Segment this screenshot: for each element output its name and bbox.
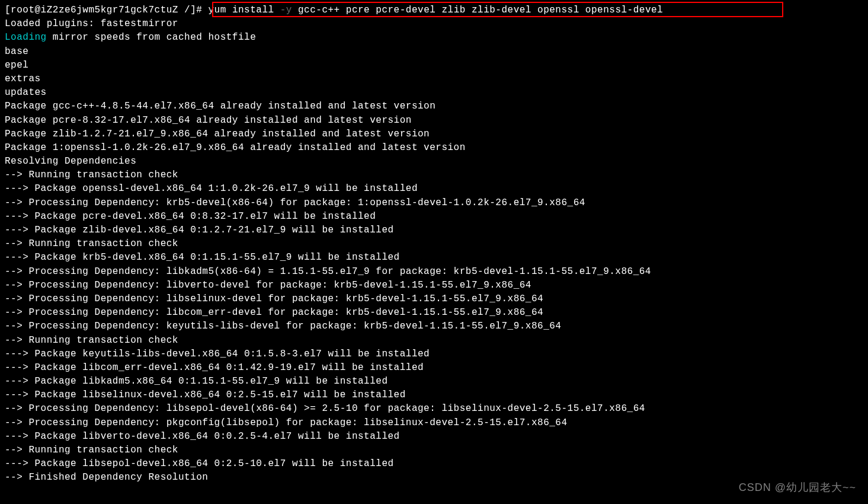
- watermark-text: CSDN @幼儿园老大~~: [739, 480, 856, 495]
- prompt-line[interactable]: [root@iZ2ze6jwm5kgr71gck7ctuZ /]# yum in…: [5, 4, 863, 17]
- output-line: --> Processing Dependency: libverto-deve…: [5, 279, 863, 292]
- output-line: ---> Package keyutils-libs-devel.x86_64 …: [5, 347, 863, 361]
- prompt-user-host: [root@iZ2ze6jwm5kgr71gck7ctuZ: [5, 5, 184, 15]
- output-line: --> Processing Dependency: krb5-devel(x8…: [5, 196, 863, 210]
- output-line: ---> Package pcre-devel.x86_64 0:8.32-17…: [5, 210, 863, 224]
- command-flag: -y: [280, 5, 292, 15]
- output-line: ---> Package libverto-devel.x86_64 0:0.2…: [5, 430, 863, 444]
- output-line: ---> Package libkadm5.x86_64 0:1.15.1-55…: [5, 375, 863, 388]
- output-line: --> Running transaction check: [5, 444, 863, 457]
- output-line: --> Processing Dependency: libkadm5(x86-…: [5, 265, 863, 279]
- output-line: --> Finished Dependency Resolution: [5, 471, 863, 484]
- output-line: --> Processing Dependency: libsepol-deve…: [5, 402, 863, 416]
- output-line: Package pcre-8.32-17.el7.x86_64 already …: [5, 114, 863, 127]
- output-line: Package zlib-1.2.7-21.el7_9.x86_64 alrea…: [5, 127, 863, 141]
- output-line: --> Running transaction check: [5, 168, 863, 182]
- output-line: ---> Package libcom_err-devel.x86_64 0:1…: [5, 361, 863, 375]
- output-line: epel: [5, 59, 863, 72]
- output-line: updates: [5, 86, 863, 100]
- output-line: --> Running transaction check: [5, 237, 863, 251]
- output-line: base: [5, 45, 863, 59]
- output-line: extras: [5, 72, 863, 86]
- output-line: Loading mirror speeds from cached hostfi…: [5, 31, 863, 44]
- prompt-path: /: [184, 5, 190, 15]
- output-line: ---> Package libsepol-devel.x86_64 0:2.5…: [5, 457, 863, 471]
- output-line: --> Processing Dependency: keyutils-libs…: [5, 320, 863, 333]
- loading-rest: mirror speeds from cached hostfile: [47, 32, 257, 43]
- prompt-suffix: ]#: [190, 5, 208, 15]
- command-rest: gcc-c++ pcre pcre-devel zlib zlib-devel …: [292, 5, 663, 15]
- output-line: Package 1:openssl-1.0.2k-26.el7_9.x86_64…: [5, 141, 863, 155]
- output-line: --> Processing Dependency: libcom_err-de…: [5, 306, 863, 320]
- output-line: Resolving Dependencies: [5, 155, 863, 168]
- output-line: --> Running transaction check: [5, 334, 863, 347]
- output-line: Package gcc-c++-4.8.5-44.el7.x86_64 alre…: [5, 100, 863, 113]
- output-line: ---> Package libselinux-devel.x86_64 0:2…: [5, 388, 863, 402]
- output-line: ---> Package krb5-devel.x86_64 0:1.15.1-…: [5, 251, 863, 264]
- output-line: --> Processing Dependency: pkgconfig(lib…: [5, 416, 863, 430]
- output-line: Loaded plugins: fastestmirror: [5, 17, 863, 31]
- command-start: yum install: [208, 5, 280, 15]
- loading-text: Loading: [5, 32, 47, 43]
- output-line: ---> Package zlib-devel.x86_64 0:1.2.7-2…: [5, 224, 863, 237]
- output-line: ---> Package openssl-devel.x86_64 1:1.0.…: [5, 182, 863, 196]
- output-line: --> Processing Dependency: libselinux-de…: [5, 292, 863, 306]
